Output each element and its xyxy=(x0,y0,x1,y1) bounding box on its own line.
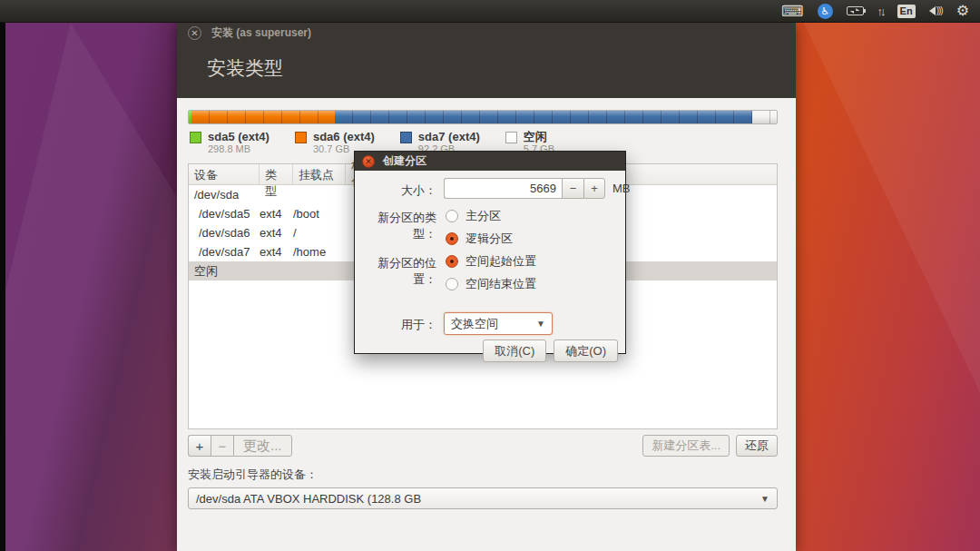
partition-segment-sda7 xyxy=(335,111,752,123)
partition-segment-sda6 xyxy=(191,111,334,123)
partition-bar xyxy=(188,110,778,124)
boot-device-label: 安装启动引导器的设备： xyxy=(188,467,778,483)
new-partition-table-button[interactable]: 新建分区表... xyxy=(642,435,730,457)
radio-selected-icon xyxy=(446,255,458,268)
legend-swatch-green xyxy=(190,132,201,143)
legend-item: sda5 (ext4) 298.8 MB xyxy=(190,130,270,161)
network-arrows-icon[interactable]: ↑↓ xyxy=(877,5,884,17)
legend-swatch-blue xyxy=(400,132,412,143)
ok-button[interactable]: 确定(O) xyxy=(554,339,618,362)
legend-swatch-free xyxy=(505,132,517,143)
volume-icon[interactable]: ))) xyxy=(929,6,943,15)
revert-button[interactable]: 还原 xyxy=(736,435,778,457)
window-title: 安装 (as superuser) xyxy=(211,25,311,41)
partition-segment-free xyxy=(752,111,777,123)
chevron-down-icon: ▼ xyxy=(536,319,545,329)
boot-device-value: /dev/sda ATA VBOX HARDDISK (128.8 GB xyxy=(196,492,421,506)
column-header-device[interactable]: 设备 xyxy=(189,164,260,184)
column-header-type[interactable]: 类型 xyxy=(260,164,293,184)
input-indicator[interactable]: En xyxy=(897,5,916,18)
use-as-label: 用于： xyxy=(358,317,436,333)
top-panel: ⌨ ♿ ↑↓ En ))) ⚙ xyxy=(0,0,980,23)
size-decrement-button[interactable]: − xyxy=(562,178,583,199)
cancel-button[interactable]: 取消(C) xyxy=(483,339,546,362)
create-partition-dialog: ✕ 创建分区 大小： 5669 − + MB 新分区的类型： 主分区 逻辑分区 … xyxy=(354,151,626,354)
size-spinner: 5669 − + MB xyxy=(444,178,631,199)
window-header: 安装类型 xyxy=(177,43,796,98)
remove-partition-button[interactable]: − xyxy=(211,435,233,457)
radio-beginning-of-space[interactable]: 空间起始位置 xyxy=(446,253,536,270)
change-partition-button[interactable]: 更改... xyxy=(233,435,292,457)
radio-logical-partition[interactable]: 逻辑分区 xyxy=(446,231,513,247)
keyboard-icon[interactable]: ⌨ xyxy=(781,4,804,19)
add-partition-button[interactable]: + xyxy=(188,435,211,457)
radio-icon xyxy=(446,278,458,290)
radio-primary-partition[interactable]: 主分区 xyxy=(446,208,501,224)
size-input[interactable]: 5669 xyxy=(444,178,562,199)
dialog-body: 大小： 5669 − + MB 新分区的类型： 主分区 逻辑分区 新分区的位置：… xyxy=(355,171,625,355)
size-label: 大小： xyxy=(358,182,436,199)
partition-location-label: 新分区的位置： xyxy=(358,255,436,288)
partition-type-label: 新分区的类型： xyxy=(358,210,436,242)
screen-edge-strip xyxy=(0,23,5,551)
dialog-close-button[interactable]: ✕ xyxy=(362,155,375,168)
boot-device-dropdown[interactable]: /dev/sda ATA VBOX HARDDISK (128.8 GB ▼ xyxy=(188,487,778,509)
accessibility-icon[interactable]: ♿ xyxy=(818,4,833,19)
dialog-titlebar: ✕ 创建分区 xyxy=(355,152,625,171)
radio-selected-icon xyxy=(446,232,458,245)
use-as-value: 交换空间 xyxy=(451,316,498,332)
radio-end-of-space[interactable]: 空间结束位置 xyxy=(446,276,536,292)
radio-icon xyxy=(446,210,458,222)
table-toolbar: + − 更改... 新建分区表... 还原 xyxy=(188,435,778,457)
legend-swatch-orange xyxy=(295,132,307,143)
page-title: 安装类型 xyxy=(207,55,796,81)
size-increment-button[interactable]: + xyxy=(583,178,605,199)
session-gear-icon[interactable]: ⚙ xyxy=(956,4,969,18)
chevron-down-icon: ▼ xyxy=(760,494,769,504)
desktop: ⌨ ♿ ↑↓ En ))) ⚙ ✕ 安装 (as superuser) 安装类型 xyxy=(0,0,980,551)
dialog-title: 创建分区 xyxy=(383,153,426,169)
size-unit-label: MB xyxy=(612,178,631,199)
battery-icon[interactable] xyxy=(847,6,864,15)
window-titlebar: ✕ 安装 (as superuser) xyxy=(177,23,796,43)
column-header-mount[interactable]: 挂载点 xyxy=(293,164,346,184)
use-as-dropdown[interactable]: 交换空间 ▼ xyxy=(444,312,553,335)
window-close-button[interactable]: ✕ xyxy=(188,26,201,40)
